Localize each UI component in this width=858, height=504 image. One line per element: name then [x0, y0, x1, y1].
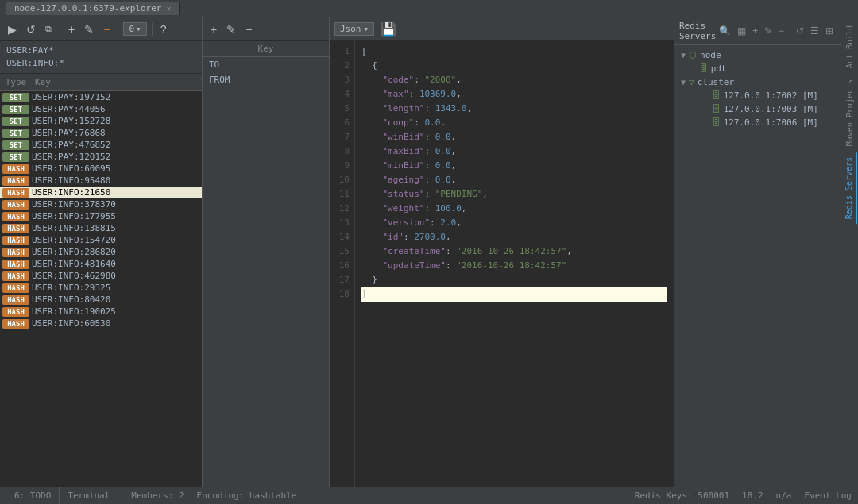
close-tab-button[interactable]: ✕ [166, 4, 171, 13]
servers-refresh-button[interactable]: ↺ [794, 25, 806, 37]
key-name: USER:PAY:476852 [32, 140, 110, 150]
event-log-button[interactable]: Event Log [804, 491, 852, 501]
type-badge: HASH [2, 188, 29, 198]
json-key: "weight" [383, 203, 425, 214]
tree-indent-spacer: ► [703, 117, 709, 128]
delete-key-button[interactable]: − [100, 21, 113, 37]
type-badge: HASH [2, 200, 29, 210]
table-row[interactable]: HASHUSER:INFO:21650 [0, 187, 202, 198]
middle-edit-button[interactable]: ✎ [223, 21, 239, 37]
servers-view-button[interactable]: ▦ [735, 25, 748, 37]
json-key: "status" [383, 189, 425, 199]
json-line: "minBid": 0.0, [361, 159, 667, 173]
tree-item[interactable]: ►🗄 pdt [674, 62, 841, 75]
tree-arrow-icon: ▼ [681, 51, 686, 60]
tree-item[interactable]: ►🗄 127.0.0.1:7006 [M] [674, 116, 841, 129]
json-bracket: ] [361, 289, 367, 299]
field-to[interactable]: TO [203, 57, 329, 72]
table-row[interactable]: SETUSER:PAY:44056 [0, 103, 202, 115]
table-row[interactable]: SETUSER:PAY:152728 [0, 115, 202, 127]
table-row[interactable]: HASHUSER:INFO:80420 [0, 294, 202, 306]
table-row[interactable]: HASHUSER:INFO:462980 [0, 270, 202, 282]
key-name: USER:INFO:154720 [32, 235, 116, 245]
servers-edit-button[interactable]: ✎ [762, 25, 775, 37]
tree-node-icon: 🗄 [712, 104, 721, 114]
servers-add-button[interactable]: + [750, 25, 760, 37]
table-row[interactable]: SETUSER:PAY:197152 [0, 91, 202, 103]
vtab-redis-servers[interactable]: Redis Servers [842, 152, 857, 224]
save-button[interactable]: 💾 [377, 20, 400, 38]
title-tab[interactable]: node-127.0.0.1:6379-explorer ✕ [6, 2, 180, 15]
tree-node-label: 127.0.0.1:7002 [M] [724, 90, 818, 101]
json-key: "length" [383, 103, 425, 113]
key-name: USER:INFO:462980 [32, 271, 116, 281]
table-row[interactable]: SETUSER:PAY:476852 [0, 139, 202, 151]
table-row[interactable]: HASHUSER:INFO:29325 [0, 282, 202, 294]
line-number: 5 [330, 102, 350, 116]
connect-button[interactable]: ▶ [5, 21, 20, 37]
line-number: 11 [330, 187, 350, 202]
vtab-maven-projects[interactable]: Maven Projects [843, 75, 856, 151]
type-badge: SET [2, 129, 29, 138]
count-dropdown-arrow: ▾ [136, 24, 141, 34]
servers-delete-button[interactable]: − [776, 25, 786, 37]
table-row[interactable]: HASHUSER:INFO:286820 [0, 246, 202, 258]
servers-split-button[interactable]: ⊞ [823, 25, 836, 37]
line-number: 13 [330, 216, 350, 230]
json-line: "status": "PENDING", [361, 187, 667, 202]
tree-node-icon: ▽ [689, 77, 694, 87]
key-name: USER:PAY:44056 [32, 104, 106, 114]
table-row[interactable]: HASHUSER:INFO:60095 [0, 163, 202, 175]
json-key: "version" [383, 217, 431, 228]
key-name: USER:INFO:29325 [32, 283, 110, 293]
vtab-ant-build[interactable]: Ant Build [843, 21, 856, 73]
table-row[interactable]: HASHUSER:INFO:190025 [0, 306, 202, 317]
json-editor: 123456789101112131415161718 [ { "code": … [330, 41, 674, 487]
table-row[interactable]: HASHUSER:INFO:481640 [0, 258, 202, 270]
status-tab-todo[interactable]: 6: TODO [6, 487, 60, 505]
json-bracket: [ [361, 46, 367, 56]
table-row[interactable]: HASHUSER:INFO:177955 [0, 210, 202, 222]
middle-delete-button[interactable]: − [242, 21, 255, 37]
json-view-arrow: ▾ [364, 24, 369, 34]
json-line: "winBid": 0.0, [361, 130, 667, 144]
edit-key-button[interactable]: ✎ [81, 21, 97, 37]
key-name: USER:INFO:138815 [32, 223, 116, 233]
middle-add-button[interactable]: + [207, 21, 220, 37]
table-row[interactable]: SETUSER:PAY:76868 [0, 127, 202, 139]
table-row[interactable]: HASHUSER:INFO:154720 [0, 234, 202, 246]
type-badge: SET [2, 105, 29, 114]
json-view-toggle[interactable]: Json ▾ [334, 22, 374, 36]
right-panel: Json ▾ 💾 123456789101112131415161718 [ {… [330, 17, 674, 487]
line-number: 18 [330, 287, 350, 302]
type-badge: HASH [2, 212, 29, 221]
field-from[interactable]: FROM [203, 72, 329, 87]
tree-item[interactable]: ▼⬡ node [674, 48, 841, 62]
count-dropdown[interactable]: 0 ▾ [123, 22, 146, 36]
refresh-button[interactable]: ↺ [23, 21, 39, 37]
help-button[interactable]: ? [157, 21, 170, 37]
type-badge: SET [2, 93, 29, 102]
key-name: USER:PAY:76868 [32, 128, 106, 138]
status-tab-terminal[interactable]: Terminal [60, 487, 118, 505]
key-name: USER:INFO:286820 [32, 247, 116, 257]
copy-button[interactable]: ⧉ [42, 22, 55, 36]
add-key-button[interactable]: + [65, 21, 78, 37]
table-row[interactable]: HASHUSER:INFO:138815 [0, 222, 202, 234]
type-badge: HASH [2, 164, 29, 174]
json-key: "code" [383, 75, 415, 85]
servers-list-button[interactable]: ☰ [808, 25, 821, 37]
tree-item[interactable]: ►🗄 127.0.0.1:7002 [M] [674, 89, 841, 102]
json-content[interactable]: [ { "code": "2000", "max": 10369.0, "len… [355, 41, 674, 487]
tree-item[interactable]: ►🗄 127.0.0.1:7003 [M] [674, 102, 841, 116]
tree-arrow-icon: ▼ [681, 78, 686, 87]
servers-search-button[interactable]: 🔍 [717, 25, 733, 37]
key-list[interactable]: SETUSER:PAY:197152SETUSER:PAY:44056SETUS… [0, 91, 202, 487]
table-row[interactable]: SETUSER:PAY:120152 [0, 151, 202, 163]
table-row[interactable]: HASHUSER:INFO:378370 [0, 198, 202, 210]
json-value: 100.0 [435, 203, 462, 214]
table-row[interactable]: HASHUSER:INFO:60530 [0, 317, 202, 329]
tree-item[interactable]: ▼▽ cluster [674, 75, 841, 89]
key-name: USER:INFO:80420 [32, 294, 110, 305]
table-row[interactable]: HASHUSER:INFO:95480 [0, 175, 202, 187]
